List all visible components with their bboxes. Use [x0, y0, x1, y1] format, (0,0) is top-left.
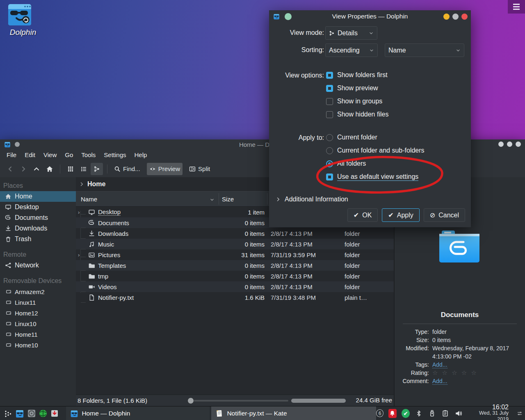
- apply-option-all-folders[interactable]: All folders: [326, 159, 366, 168]
- view-option-show-hidden-files[interactable]: Show hidden files: [326, 110, 388, 119]
- rating-stars[interactable]: ☆ ☆ ☆ ☆ ☆: [432, 369, 519, 377]
- app-launcher-button[interactable]: [2, 407, 14, 420]
- sorting-order-select[interactable]: Ascending: [325, 43, 378, 57]
- taskbar-task-2[interactable]: Notifier-py.txt — Kate: [211, 406, 376, 420]
- sidebar-item-home10[interactable]: Home10: [0, 340, 76, 350]
- menu-view[interactable]: View: [39, 150, 61, 160]
- view-option-show-preview[interactable]: Show preview: [326, 84, 378, 93]
- back-button[interactable]: [4, 163, 16, 175]
- breadcrumb-home[interactable]: Home: [87, 180, 105, 188]
- apply-button[interactable]: ✔Apply: [382, 208, 419, 222]
- comment-add-link[interactable]: Add...: [432, 378, 447, 385]
- panel-expander-icon[interactable]: [517, 411, 523, 416]
- column-divider[interactable]: [219, 193, 219, 205]
- disc-app-button[interactable]: [26, 407, 37, 420]
- expand-chevron-icon[interactable]: ›: [76, 252, 88, 258]
- table-row[interactable]: Music0 items2/8/17 4:13 PMfolder: [76, 239, 394, 249]
- sidebar-item-linux10[interactable]: Linux10: [0, 318, 76, 329]
- view-option-show-in-groups[interactable]: Show in groups: [326, 97, 382, 106]
- minimize-button[interactable]: [498, 142, 504, 147]
- menu-file[interactable]: File: [2, 150, 21, 160]
- sorting-by-select[interactable]: Name: [385, 43, 464, 57]
- apply-option-current-folder[interactable]: Current folder: [326, 133, 377, 142]
- menu-settings[interactable]: Settings: [100, 150, 130, 160]
- dolphin-launcher-button[interactable]: [14, 407, 25, 420]
- tags-add-link[interactable]: Add...: [432, 361, 447, 368]
- sidebar-item-trash[interactable]: Trash: [0, 234, 76, 244]
- ok-button[interactable]: ✔OK: [347, 208, 378, 222]
- updates-check-icon[interactable]: ✔: [402, 409, 410, 418]
- sidebar-item-downloads[interactable]: Downloads: [0, 223, 76, 234]
- table-row[interactable]: tmp0 items2/8/17 4:13 PMfolder: [76, 271, 394, 281]
- file-name[interactable]: Templates: [98, 262, 126, 269]
- zoom-slider-track[interactable]: [192, 400, 288, 402]
- checkbox-checked-icon[interactable]: [326, 85, 333, 92]
- sidebar-item-network[interactable]: Network: [0, 260, 76, 271]
- sidebar-item-home[interactable]: Home: [0, 191, 76, 202]
- checkbox-unchecked-icon[interactable]: [326, 111, 333, 118]
- taskbar-task-1[interactable]: Home — Dolphin: [66, 406, 210, 420]
- maximize-button[interactable]: [452, 14, 459, 20]
- file-name[interactable]: Desktop: [98, 208, 121, 216]
- up-button[interactable]: [30, 163, 43, 175]
- table-row[interactable]: Templates0 items2/8/17 4:13 PMfolder: [76, 260, 394, 271]
- sidebar-item-home12[interactable]: Home12: [0, 308, 76, 318]
- volume-icon[interactable]: [454, 409, 462, 418]
- details-view-button[interactable]: [91, 163, 103, 175]
- dialog-titlebar[interactable]: View Properties — Dolphin: [269, 10, 471, 23]
- cancel-button[interactable]: ⊘Cancel: [424, 208, 465, 222]
- find-button[interactable]: Find...: [112, 163, 143, 175]
- file-name[interactable]: Videos: [98, 283, 117, 290]
- menu-go[interactable]: Go: [61, 150, 77, 160]
- close-button[interactable]: [516, 142, 521, 147]
- desktop-toolbox-button[interactable]: [508, 0, 525, 14]
- file-name[interactable]: Documents: [98, 219, 129, 226]
- icons-view-button[interactable]: [64, 163, 77, 175]
- menu-edit[interactable]: Edit: [21, 150, 39, 160]
- removable-device-icon[interactable]: [428, 409, 436, 418]
- menu-tools[interactable]: Tools: [77, 150, 100, 160]
- checkbox-checked-icon[interactable]: [326, 173, 333, 180]
- checkbox-checked-icon[interactable]: [326, 72, 333, 79]
- table-row[interactable]: ›Pictures31 items7/31/19 3:59 PMfolder: [76, 249, 394, 260]
- sidebar-item-desktop[interactable]: Desktop: [0, 202, 76, 212]
- zoom-slider-knob[interactable]: [187, 397, 194, 404]
- home-button[interactable]: [43, 163, 56, 175]
- desktop-shortcut-dolphin[interactable]: Dolphin: [7, 3, 39, 37]
- sidebar-item-home11[interactable]: Home11: [0, 329, 76, 340]
- radio-selected-icon[interactable]: [326, 160, 333, 167]
- zoom-slider[interactable]: [187, 397, 288, 404]
- clock[interactable]: 16:02 Wed, 31 July 2019: [470, 404, 509, 420]
- additional-information-expander[interactable]: Additional Information: [276, 196, 348, 203]
- radio-icon[interactable]: [326, 134, 333, 141]
- file-name[interactable]: Pictures: [98, 251, 120, 258]
- file-name[interactable]: Downloads: [98, 230, 128, 237]
- bluetooth-icon[interactable]: [415, 409, 423, 418]
- file-name[interactable]: tmp: [98, 273, 108, 280]
- table-row[interactable]: Downloads0 items2/8/17 4:13 PMfolder: [76, 228, 394, 239]
- sidebar-item-documents[interactable]: Documents: [0, 212, 76, 223]
- table-row[interactable]: Notifier-py.txt1.6 KiB7/31/19 3:48 PMpla…: [76, 292, 394, 303]
- sidebar-item-armazem2[interactable]: Armazem2: [0, 286, 76, 297]
- sidebar-item-linux11[interactable]: Linux11: [0, 297, 76, 308]
- marble-app-button[interactable]: [37, 407, 49, 420]
- file-name[interactable]: Music: [98, 241, 114, 248]
- column-header-name[interactable]: Name: [76, 196, 97, 203]
- close-button[interactable]: [461, 14, 468, 20]
- checkbox-unchecked-icon[interactable]: [326, 98, 333, 105]
- expand-chevron-icon[interactable]: ›: [76, 209, 88, 215]
- column-divider[interactable]: [267, 193, 267, 205]
- preview-button[interactable]: Preview: [147, 163, 183, 175]
- package-app-button[interactable]: [49, 407, 60, 420]
- table-row[interactable]: Videos0 items2/8/17 4:13 PMfolder: [76, 281, 394, 292]
- maximize-button[interactable]: [507, 142, 512, 147]
- notifications-bell-icon[interactable]: [388, 409, 397, 418]
- menu-help[interactable]: Help: [130, 150, 151, 160]
- view-mode-select[interactable]: Details: [325, 26, 377, 40]
- use-default-checkbox-row[interactable]: Use as default view settings: [326, 172, 418, 181]
- forward-button[interactable]: [17, 163, 30, 175]
- split-button[interactable]: Split: [187, 163, 212, 175]
- compact-view-button[interactable]: [78, 163, 90, 175]
- minimize-button[interactable]: [443, 14, 450, 20]
- view-option-show-folders-first[interactable]: Show folders first: [326, 71, 388, 80]
